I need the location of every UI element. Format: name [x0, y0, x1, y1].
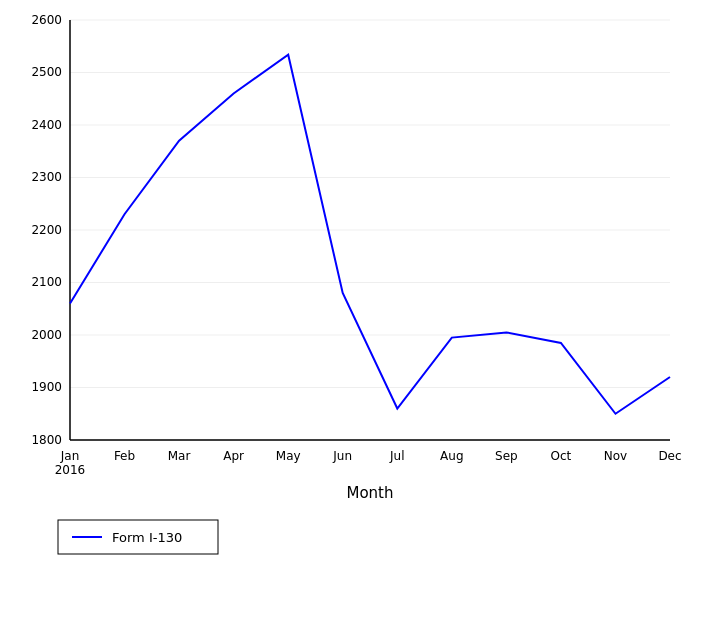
x-tick-dec: Dec — [658, 449, 681, 463]
x-tick-apr: Apr — [223, 449, 244, 463]
x-tick-2016: 2016 — [55, 463, 86, 477]
x-tick-sep: Sep — [495, 449, 518, 463]
y-tick-2300: 2300 — [31, 170, 62, 184]
x-tick-jun: Jun — [332, 449, 352, 463]
y-tick-2500: 2500 — [31, 65, 62, 79]
x-tick-aug: Aug — [440, 449, 463, 463]
legend-label: Form I-130 — [112, 530, 182, 545]
y-tick-2100: 2100 — [31, 275, 62, 289]
line-chart: 1800 1900 2000 2100 2200 2300 2400 2500 … — [0, 0, 703, 621]
y-tick-2200: 2200 — [31, 223, 62, 237]
y-tick-2600: 2600 — [31, 13, 62, 27]
x-tick-jul: Jul — [389, 449, 404, 463]
data-line-form-i130 — [70, 55, 670, 414]
x-tick-jan: Jan — [60, 449, 80, 463]
x-tick-oct: Oct — [551, 449, 572, 463]
x-tick-nov: Nov — [604, 449, 627, 463]
y-tick-2400: 2400 — [31, 118, 62, 132]
y-tick-1800: 1800 — [31, 433, 62, 447]
chart-container: 1800 1900 2000 2100 2200 2300 2400 2500 … — [0, 0, 703, 621]
x-tick-may: May — [276, 449, 301, 463]
y-tick-2000: 2000 — [31, 328, 62, 342]
x-tick-mar: Mar — [168, 449, 191, 463]
y-tick-1900: 1900 — [31, 380, 62, 394]
x-tick-feb: Feb — [114, 449, 135, 463]
x-axis-label: Month — [346, 484, 393, 502]
